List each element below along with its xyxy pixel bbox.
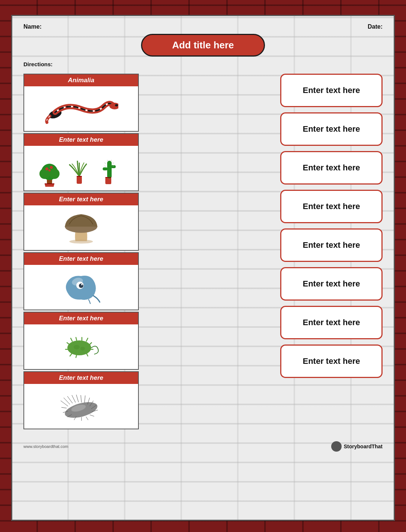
title-container: Add title here xyxy=(23,34,383,57)
directions-label: Directions: xyxy=(23,61,52,67)
svg-line-21 xyxy=(107,160,108,161)
text-box-6[interactable]: Enter text here xyxy=(280,267,383,301)
text-box-1[interactable]: Enter text here xyxy=(280,74,383,107)
card-bacteria-image xyxy=(24,324,138,369)
svg-point-6 xyxy=(49,169,60,179)
text-box-2[interactable]: Enter text here xyxy=(280,112,383,146)
name-label: Name: xyxy=(23,23,42,30)
footer-brand-name: StoryboardThat xyxy=(344,443,383,449)
svg-rect-13 xyxy=(105,177,111,184)
svg-point-5 xyxy=(39,169,50,179)
svg-line-32 xyxy=(71,338,72,341)
svg-line-40 xyxy=(70,353,72,356)
svg-rect-14 xyxy=(107,161,112,179)
card-microbe: Enter text here xyxy=(23,371,139,429)
svg-point-2 xyxy=(115,104,118,106)
content-area: Animalia xyxy=(23,74,383,431)
card-mushroom-image xyxy=(24,205,138,250)
svg-line-35 xyxy=(86,338,88,341)
card-mushroom-header[interactable]: Enter text here xyxy=(24,193,138,205)
svg-point-29 xyxy=(81,284,83,285)
title-pill[interactable]: Add title here xyxy=(141,34,265,57)
page-wrapper: Name: Date: Add title here Directions: A… xyxy=(0,0,406,532)
svg-line-19 xyxy=(113,163,114,164)
svg-point-8 xyxy=(50,166,53,169)
svg-point-28 xyxy=(79,283,83,288)
svg-line-50 xyxy=(81,395,81,403)
right-column: Enter text here Enter text here Enter te… xyxy=(280,74,383,431)
svg-line-51 xyxy=(84,395,85,403)
svg-line-17 xyxy=(105,163,106,164)
svg-line-49 xyxy=(76,395,79,402)
card-animalia: Animalia xyxy=(23,74,139,132)
text-box-4[interactable]: Enter text here xyxy=(280,190,383,223)
card-bacteria-header[interactable]: Enter text here xyxy=(24,313,138,324)
card-animalia-header: Animalia xyxy=(24,74,138,86)
middle-column xyxy=(146,74,273,431)
header-row: Name: Date: xyxy=(23,23,383,30)
left-column: Animalia xyxy=(23,74,139,431)
footer-brand: StoryboardThat xyxy=(331,441,383,452)
text-box-8[interactable]: Enter text here xyxy=(280,344,383,378)
text-box-7[interactable]: Enter text here xyxy=(280,306,383,339)
card-mushroom: Enter text here xyxy=(23,193,139,251)
svg-line-33 xyxy=(76,337,77,340)
svg-line-48 xyxy=(72,395,76,403)
card-microbe-header[interactable]: Enter text here xyxy=(24,372,138,384)
svg-line-56 xyxy=(90,415,94,416)
storyboardthat-icon xyxy=(331,441,342,452)
card-blob-header[interactable]: Enter text here xyxy=(24,253,138,265)
svg-line-36 xyxy=(89,343,92,345)
svg-line-38 xyxy=(86,353,88,356)
card-plants: Enter text here xyxy=(23,133,139,191)
svg-rect-15 xyxy=(103,167,108,170)
card-plants-header[interactable]: Enter text here xyxy=(24,134,138,146)
text-box-5[interactable]: Enter text here xyxy=(280,228,383,262)
svg-line-22 xyxy=(111,160,112,161)
footer-url: www.storyboardthat.com xyxy=(23,444,68,449)
card-blob: Enter text here xyxy=(23,252,139,310)
date-label: Date: xyxy=(368,23,383,30)
svg-rect-11 xyxy=(77,176,82,184)
card-blob-image xyxy=(24,265,138,310)
svg-point-42 xyxy=(74,345,80,349)
card-plants-image xyxy=(24,146,138,190)
text-box-3[interactable]: Enter text here xyxy=(280,151,383,185)
card-bacteria: Enter text here xyxy=(23,312,139,370)
svg-line-57 xyxy=(86,417,88,420)
footer-row: www.storyboardthat.com StoryboardThat xyxy=(23,438,383,452)
svg-point-9 xyxy=(48,169,51,172)
svg-line-62 xyxy=(61,407,67,408)
directions-row: Directions: xyxy=(23,61,383,68)
svg-rect-16 xyxy=(111,165,116,168)
svg-point-25 xyxy=(69,240,93,244)
card-microbe-image xyxy=(24,384,138,429)
page-inner: Name: Date: Add title here Directions: A… xyxy=(11,15,395,521)
card-animalia-image xyxy=(24,86,138,131)
svg-line-18 xyxy=(105,166,106,167)
svg-point-7 xyxy=(45,167,48,170)
svg-point-43 xyxy=(80,347,85,350)
